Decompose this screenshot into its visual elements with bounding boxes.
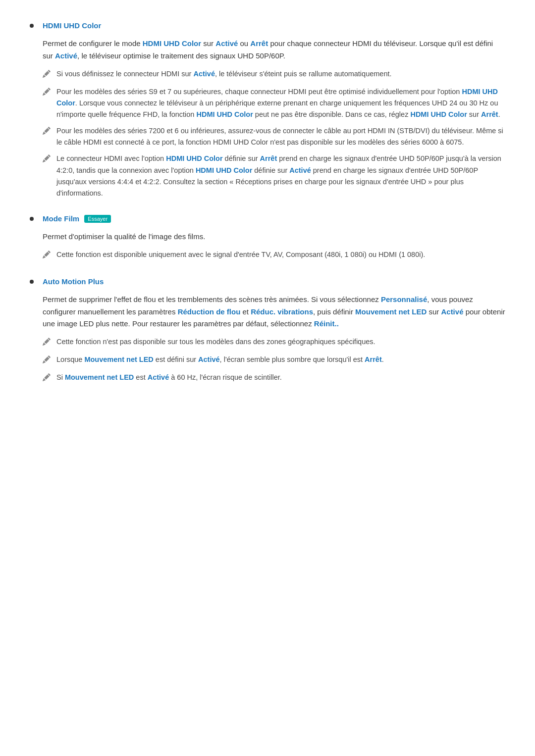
hdmi-note-3-text: Pour les modèles des séries 7200 et 6 ou… [56, 125, 505, 148]
section-mode-film: Mode Film Essayer Permet d'optimiser la … [30, 213, 505, 262]
amp-note-1-text: Cette fonction n'est pas disponible sur … [56, 336, 375, 348]
hdmi-active-ref1: Activé [215, 39, 238, 48]
amp-note-2-text: Lorsque Mouvement net LED est défini sur… [56, 354, 384, 365]
bullet-dot [30, 24, 34, 28]
note4-hdmi1: HDMI UHD Color [166, 154, 222, 162]
section-header-amp: Auto Motion Plus [30, 276, 505, 288]
amp-note2-arret: Arrêt [365, 355, 382, 363]
pencil-icon-3 [43, 126, 51, 138]
film-intro: Permet d'optimiser la qualité de l'image… [43, 231, 505, 243]
pencil-icon-4 [43, 154, 51, 166]
hdmi-note-3: Pour les modèles des séries 7200 et 6 ou… [43, 125, 505, 148]
film-note-1: Cette fonction est disponible uniquement… [43, 249, 505, 262]
hdmi-intro-text: Permet de configurer le mode HDMI UHD Co… [43, 38, 505, 62]
amp-intro: Permet de supprimer l'effet de flou et l… [43, 294, 505, 330]
mode-film-header: Mode Film Essayer [43, 213, 111, 225]
pencil-icon-6 [43, 337, 51, 349]
section-title-hdmi: HDMI UHD Color [43, 20, 101, 32]
film-intro-text: Permet d'optimiser la qualité de l'image… [43, 231, 505, 243]
section-hdmi-uhd-color: HDMI UHD Color Permet de configurer le m… [30, 20, 505, 199]
hdmi-note-1-text: Si vous définissez le connecteur HDMI su… [56, 68, 392, 80]
note1-active: Activé [193, 70, 215, 78]
pencil-icon-1 [43, 69, 51, 81]
note2-hdmi1: HDMI UHD Color [56, 88, 498, 107]
pencil-icon-5 [43, 250, 51, 262]
hdmi-intro: Permet de configurer le mode HDMI UHD Co… [43, 38, 505, 62]
amp-note-2: Lorsque Mouvement net LED est défini sur… [43, 354, 505, 367]
bullet-dot-2 [30, 217, 34, 221]
note4-arret1: Arrêt [260, 154, 277, 162]
film-note-1-text: Cette fonction est disponible uniquement… [56, 249, 425, 260]
pencil-icon-7 [43, 355, 51, 367]
hdmi-arret-ref1: Arrêt [250, 39, 268, 48]
amp-note-3-text: Si Mouvement net LED est Activé à 60 Hz,… [56, 372, 282, 383]
amp-intro-text: Permet de supprimer l'effet de flou et l… [43, 294, 505, 330]
amp-notes: Cette fonction n'est pas disponible sur … [30, 336, 505, 385]
section-header-hdmi: HDMI UHD Color [30, 20, 505, 32]
amp-note3-active: Activé [148, 373, 169, 381]
section-title-film: Mode Film [43, 214, 79, 223]
pencil-icon-2 [43, 87, 51, 99]
film-notes: Cette fonction est disponible uniquement… [30, 249, 505, 262]
note4-hdmi2: HDMI UHD Color [196, 166, 252, 174]
amp-mouvement-led: Mouvement net LED [355, 307, 427, 316]
amp-note2-active: Activé [198, 355, 220, 363]
note4-active1: Activé [289, 166, 311, 174]
amp-perso: Personnalisé [381, 295, 427, 303]
pencil-icon-8 [43, 373, 51, 385]
section-auto-motion-plus: Auto Motion Plus Permet de supprimer l'e… [30, 276, 505, 385]
amp-note-1: Cette fonction n'est pas disponible sur … [43, 336, 505, 349]
section-header-film: Mode Film Essayer [30, 213, 505, 225]
amp-reduc-vib: Réduc. vibrations [251, 307, 313, 316]
bullet-dot-3 [30, 280, 34, 284]
hdmi-notes: Si vous définissez le connecteur HDMI su… [30, 68, 505, 200]
note2-hdmi3: HDMI UHD Color [410, 110, 467, 118]
hdmi-note-2: Pour les modèles des séries S9 et 7 ou s… [43, 86, 505, 121]
try-badge-film[interactable]: Essayer [84, 215, 111, 223]
amp-active: Activé [441, 307, 463, 316]
hdmi-note-4-text: Le connecteur HDMI avec l'option HDMI UH… [56, 153, 505, 199]
hdmi-note-1: Si vous définissez le connecteur HDMI su… [43, 68, 505, 81]
amp-reduction-flou: Réduction de flou [178, 307, 241, 316]
hdmi-note-4: Le connecteur HDMI avec l'option HDMI UH… [43, 153, 505, 199]
amp-note3-led: Mouvement net LED [65, 373, 134, 381]
amp-note2-led: Mouvement net LED [84, 355, 153, 363]
page-content: HDMI UHD Color Permet de configurer le m… [30, 20, 505, 385]
section-title-amp: Auto Motion Plus [43, 276, 104, 288]
hdmi-active-ref2: Activé [55, 51, 77, 60]
hdmi-color-ref1: HDMI UHD Color [143, 39, 201, 48]
hdmi-note-2-text: Pour les modèles des séries S9 et 7 ou s… [56, 86, 505, 121]
amp-note-3: Si Mouvement net LED est Activé à 60 Hz,… [43, 372, 505, 385]
amp-reinit: Réinit.. [314, 319, 339, 328]
note2-hdmi2: HDMI UHD Color [196, 110, 253, 118]
note2-arret: Arrêt [481, 110, 498, 118]
